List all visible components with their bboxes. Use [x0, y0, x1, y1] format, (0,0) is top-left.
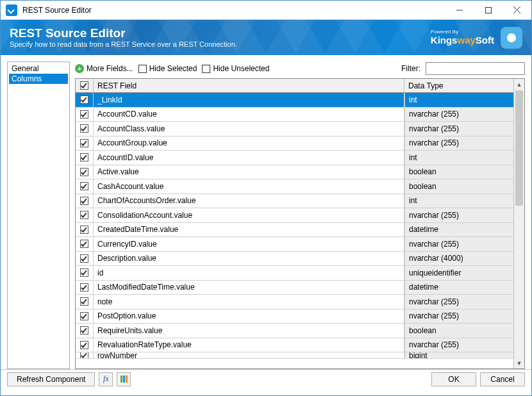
cell-data-type[interactable]: boolean [404, 324, 513, 338]
header-check-all[interactable] [76, 79, 94, 92]
sidebar-item-columns[interactable]: Columns [9, 74, 68, 84]
row-checkbox[interactable] [76, 266, 94, 280]
header-rest-field[interactable]: REST Field [94, 79, 404, 92]
table-row[interactable]: CashAccount.valueboolean [76, 179, 513, 194]
cell-data-type[interactable]: nvarchar (255) [404, 136, 513, 151]
row-checkbox[interactable] [76, 309, 94, 324]
row-checkbox[interactable] [76, 179, 94, 194]
cell-rest-field[interactable]: RevaluationRateType.value [94, 338, 404, 352]
cell-data-type[interactable]: nvarchar (4000) [404, 252, 513, 266]
cell-rest-field[interactable]: AccountID.value [94, 151, 404, 165]
cell-rest-field[interactable]: RequireUnits.value [94, 324, 404, 338]
cell-data-type[interactable]: nvarchar (255) [404, 309, 513, 324]
cell-data-type[interactable]: datetime [404, 223, 513, 237]
checkbox-icon [80, 211, 88, 219]
table-row[interactable]: rowNumberbigint [76, 352, 513, 359]
row-checkbox[interactable] [76, 338, 94, 352]
scroll-thumb[interactable] [515, 90, 523, 206]
row-checkbox[interactable] [76, 324, 94, 338]
cell-rest-field[interactable]: CurrencyID.value [94, 237, 404, 251]
table-row[interactable]: AccountClass.valuenvarchar (255) [76, 122, 513, 136]
row-checkbox[interactable] [76, 136, 94, 151]
cell-rest-field[interactable]: id [94, 266, 404, 280]
table-row[interactable]: Description.valuenvarchar (4000) [76, 252, 513, 267]
row-checkbox[interactable] [76, 108, 94, 122]
cell-data-type[interactable]: uniqueidentifier [404, 266, 513, 280]
cell-rest-field[interactable]: AccountClass.value [94, 122, 404, 136]
cell-rest-field[interactable]: CashAccount.value [94, 179, 404, 194]
row-checkbox[interactable] [76, 122, 94, 136]
cell-data-type[interactable]: bigint [404, 352, 513, 358]
cell-rest-field[interactable]: AccountGroup.value [94, 136, 404, 151]
cell-rest-field[interactable]: rowNumber [94, 352, 404, 358]
header-data-type[interactable]: Data Type [404, 79, 513, 92]
row-checkbox[interactable] [76, 208, 94, 222]
more-fields-button[interactable]: + More Fields... [75, 64, 133, 73]
row-checkbox[interactable] [76, 281, 94, 295]
cell-data-type[interactable]: boolean [404, 165, 513, 179]
table-row[interactable]: Active.valueboolean [76, 165, 513, 180]
row-checkbox[interactable] [76, 352, 94, 358]
row-checkbox[interactable] [76, 194, 94, 208]
table-row[interactable]: AccountGroup.valuenvarchar (255) [76, 136, 513, 151]
expression-button[interactable]: fx [99, 372, 113, 386]
cell-rest-field[interactable]: note [94, 295, 404, 309]
cell-rest-field[interactable]: ChartOfAccountsOrder.value [94, 194, 404, 208]
cancel-button[interactable]: Cancel [480, 372, 525, 386]
minimize-button[interactable] [445, 1, 474, 20]
table-row[interactable]: RevaluationRateType.valuenvarchar (255) [76, 338, 513, 353]
cell-rest-field[interactable]: ConsolidationAccount.value [94, 208, 404, 222]
table-row[interactable]: RequireUnits.valueboolean [76, 324, 513, 338]
cell-data-type[interactable]: int [404, 93, 513, 107]
checkbox-icon [80, 283, 88, 292]
row-checkbox[interactable] [76, 165, 94, 179]
ok-button[interactable]: OK [431, 372, 476, 386]
row-checkbox[interactable] [76, 237, 94, 251]
maximize-button[interactable] [474, 1, 503, 20]
table-row[interactable]: CurrencyID.valuenvarchar (255) [76, 237, 513, 252]
cell-data-type[interactable]: nvarchar (255) [404, 208, 513, 222]
table-row[interactable]: notenvarchar (255) [76, 295, 513, 309]
table-row[interactable]: _LinkIdint [76, 93, 513, 108]
cell-data-type[interactable]: nvarchar (255) [404, 338, 513, 352]
row-checkbox[interactable] [76, 252, 94, 266]
cell-data-type[interactable]: nvarchar (255) [404, 108, 513, 122]
cell-rest-field[interactable]: Active.value [94, 165, 404, 179]
cell-data-type[interactable]: boolean [404, 179, 513, 194]
table-row[interactable]: iduniqueidentifier [76, 266, 513, 281]
table-row[interactable]: PostOption.valuenvarchar (255) [76, 309, 513, 324]
cell-rest-field[interactable]: CreatedDateTime.value [94, 223, 404, 237]
refresh-component-button[interactable]: Refresh Component [7, 372, 95, 386]
cell-data-type[interactable]: int [404, 151, 513, 165]
cell-rest-field[interactable]: _LinkId [94, 93, 404, 107]
table-row[interactable]: LastModifiedDateTime.valuedatetime [76, 281, 513, 295]
row-checkbox[interactable] [76, 223, 94, 237]
vertical-scrollbar[interactable]: ▲ ▼ [513, 79, 524, 368]
row-checkbox[interactable] [76, 93, 94, 107]
cell-rest-field[interactable]: LastModifiedDateTime.value [94, 281, 404, 295]
cell-data-type[interactable]: nvarchar (255) [404, 237, 513, 251]
table-row[interactable]: AccountID.valueint [76, 151, 513, 165]
column-map-button[interactable] [117, 372, 131, 386]
banner-subtitle: Specify how to read data from a REST Ser… [10, 40, 431, 48]
hide-unselected-checkbox[interactable]: Hide Unselected [202, 64, 269, 73]
sidebar-item-general[interactable]: General [9, 63, 68, 74]
hide-selected-checkbox[interactable]: Hide Selected [138, 64, 197, 73]
table-row[interactable]: AccountCD.valuenvarchar (255) [76, 108, 513, 122]
cell-rest-field[interactable]: PostOption.value [94, 309, 404, 324]
checkbox-icon [202, 65, 210, 73]
row-checkbox[interactable] [76, 295, 94, 309]
table-row[interactable]: ChartOfAccountsOrder.valueint [76, 194, 513, 209]
cell-data-type[interactable]: int [404, 194, 513, 208]
close-button[interactable] [503, 1, 531, 20]
row-checkbox[interactable] [76, 151, 94, 165]
cell-rest-field[interactable]: AccountCD.value [94, 108, 404, 122]
cell-rest-field[interactable]: Description.value [94, 252, 404, 266]
table-row[interactable]: ConsolidationAccount.valuenvarchar (255) [76, 208, 513, 223]
table-row[interactable]: CreatedDateTime.valuedatetime [76, 223, 513, 238]
columns-icon [121, 375, 128, 383]
cell-data-type[interactable]: nvarchar (255) [404, 295, 513, 309]
cell-data-type[interactable]: nvarchar (255) [404, 122, 513, 136]
filter-input[interactable] [426, 62, 525, 75]
cell-data-type[interactable]: datetime [404, 281, 513, 295]
